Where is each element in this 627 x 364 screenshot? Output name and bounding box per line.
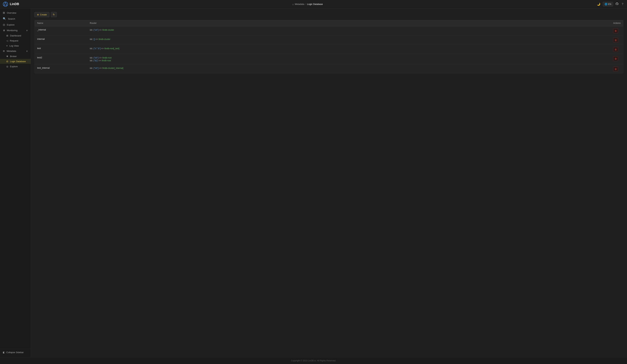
monitoring-icon: 🖥 (3, 29, 5, 32)
broker-label: Broker (10, 55, 17, 58)
cell-name: _internal (34, 26, 87, 36)
cell-router: idc: ["sh"] => /lindb-cluster (87, 26, 610, 36)
table-header-row: Name Router Actions (34, 20, 624, 26)
cell-name: test (34, 45, 87, 54)
database-icon: ⊟ (6, 60, 8, 63)
sidebar-item-logic-database[interactable]: ⊟ Logic Database (0, 59, 31, 64)
sidebar-item-logview[interactable]: ≡ Log View (0, 43, 31, 48)
dashboard-label: Dashboard (10, 34, 21, 37)
refresh-button[interactable]: ↻ (51, 12, 57, 17)
dashboard-icon: ⊞ (6, 34, 8, 37)
sidebar-collapse-button[interactable]: ◧ Collapse Sidebar (0, 349, 31, 356)
data-table: Name Router Actions _internalidc: ["sh"]… (34, 20, 624, 74)
broker-icon: ❋ (6, 55, 8, 58)
translate-icon: 🌐 (605, 3, 607, 5)
sidebar-item-explore[interactable]: ◎ Explore (0, 22, 31, 28)
sidebar-monitoring-label: Monitoring (7, 29, 17, 32)
delete-button-test[interactable]: 🗑 (613, 47, 618, 52)
home-icon: ⌂ (292, 3, 294, 6)
sidebar-item-search[interactable]: 🔍 Search (0, 16, 31, 22)
breadcrumb-current: Logic Database (307, 3, 323, 5)
cell-actions: 🗑 (610, 64, 624, 74)
sidebar-metadata-label: Metadata (7, 50, 16, 52)
cell-router: idc: ["sh"] => /lindb-rootidc: ["bj"] =>… (87, 54, 610, 64)
lang-label: EN (608, 3, 611, 5)
delete-button-internal[interactable]: 🗑 (613, 38, 618, 43)
logic-database-label: Logic Database (10, 60, 26, 63)
top-header: LinDB ⌂ Metadata / Logic Database 🌙 🌐 EN… (0, 0, 627, 8)
page-footer: Copyright © 2023 LinDB.io. All Rights Re… (0, 357, 627, 364)
search-icon: 🔍 (3, 17, 6, 20)
sidebar-section-monitoring[interactable]: 🖥 Monitoring ∨ (0, 28, 31, 33)
dark-mode-button[interactable]: 🌙 (596, 1, 601, 7)
cell-actions: 🗑 (610, 26, 624, 36)
explore-meta-icon: ◎ (6, 65, 8, 68)
content-area: ⊕ Create ↻ Name Router Actions _internal… (31, 8, 627, 357)
table-row: test2idc: ["sh"] => /lindb-rootidc: ["bj… (34, 54, 624, 64)
sidebar: ⊞ Overview 🔍 Search ◎ Explore 🖥 Monitori… (0, 8, 31, 357)
collapse-icon: ◧ (3, 351, 5, 354)
svg-point-4 (4, 5, 4, 6)
explore-meta-label: Explore (10, 65, 18, 68)
copyright-text: Copyright © 2023 LinDB.io. All Rights Re… (291, 360, 336, 362)
breadcrumb-parent: Metadata (295, 3, 304, 5)
col-header-router: Router (87, 20, 610, 26)
table-row: _internalidc: ["sh"] => /lindb-cluster🗑 (34, 26, 624, 36)
sidebar-search-label: Search (8, 17, 15, 20)
request-icon: ◁ (6, 40, 8, 42)
app-name: LinDB (10, 2, 19, 6)
cell-name: internal (34, 36, 87, 45)
logo-area: LinDB (3, 1, 19, 7)
lindb-logo (3, 1, 8, 7)
sidebar-item-overview[interactable]: ⊞ Overview (0, 10, 31, 16)
chevron-down-icon-meta: ∨ (26, 50, 28, 52)
sidebar-explore-label: Explore (7, 23, 14, 26)
svg-point-2 (5, 2, 6, 3)
sidebar-overview-label: Overview (7, 11, 16, 14)
sidebar-item-dashboard[interactable]: ⊞ Dashboard (0, 33, 31, 38)
metadata-icon: ⚙ (3, 50, 5, 52)
delete-button-_internal[interactable]: 🗑 (613, 28, 618, 33)
cell-router: idc: ["s","b"] => /lindb-root[_test] (87, 45, 610, 54)
explore-icon: ◎ (3, 23, 5, 26)
request-label: Request (10, 40, 18, 42)
github-button[interactable] (615, 1, 620, 7)
create-button[interactable]: ⊕ Create (34, 12, 50, 17)
table-row: internalidc: [] => /lindb-cluster🗑 (34, 36, 624, 45)
chevron-down-icon: ∨ (26, 29, 28, 32)
help-button[interactable]: ? (621, 2, 624, 7)
cell-name: test2 (34, 54, 87, 64)
table-row: test_internalidc: ["sh"] => /lindb-clust… (34, 64, 624, 74)
language-button[interactable]: 🌐 EN (603, 2, 613, 6)
sidebar-item-broker[interactable]: ❋ Broker (0, 54, 31, 59)
svg-point-1 (4, 3, 6, 5)
table-row: testidc: ["s","b"] => /lindb-root[_test]… (34, 45, 624, 54)
collapse-label: Collapse Sidebar (6, 351, 24, 354)
breadcrumb: ⌂ Metadata / Logic Database (292, 3, 323, 6)
cell-actions: 🗑 (610, 45, 624, 54)
overview-icon: ⊞ (3, 11, 5, 14)
col-header-actions: Actions (610, 20, 624, 26)
cell-router: idc: [] => /lindb-cluster (87, 36, 610, 45)
cell-actions: 🗑 (610, 54, 624, 64)
toolbar: ⊕ Create ↻ (34, 12, 624, 17)
sidebar-item-request[interactable]: ◁ Request (0, 38, 31, 43)
main-layout: ⊞ Overview 🔍 Search ◎ Explore 🖥 Monitori… (0, 8, 627, 357)
cell-actions: 🗑 (610, 36, 624, 45)
create-label: Create (40, 13, 47, 16)
logic-database-table: Name Router Actions _internalidc: ["sh"]… (34, 20, 624, 74)
header-actions: 🌙 🌐 EN ? (596, 1, 624, 7)
svg-point-3 (6, 5, 7, 6)
cell-name: test_internal (34, 64, 87, 74)
cell-router: idc: ["sh"] => /lindb-cluster[_internal] (87, 64, 610, 74)
logview-icon: ≡ (6, 45, 8, 47)
plus-icon: ⊕ (37, 13, 39, 16)
breadcrumb-separator: / (305, 3, 306, 5)
sidebar-item-explore-meta[interactable]: ◎ Explore (0, 64, 31, 69)
logview-label: Log View (9, 45, 19, 47)
delete-button-test_internal[interactable]: 🗑 (613, 67, 618, 71)
sidebar-section-metadata[interactable]: ⚙ Metadata ∨ (0, 48, 31, 54)
delete-button-test2[interactable]: 🗑 (613, 56, 618, 61)
col-header-name: Name (34, 20, 87, 26)
